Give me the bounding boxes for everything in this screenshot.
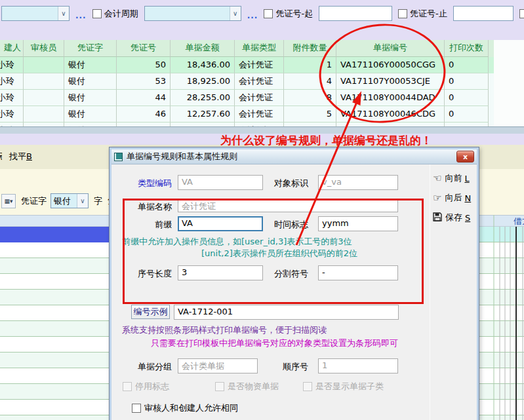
grid-row[interactable] xyxy=(479,305,524,321)
cell: 会计凭证 xyxy=(235,106,284,123)
grid-row[interactable] xyxy=(479,384,524,400)
chevron-down-icon[interactable]: ∨ xyxy=(77,194,88,208)
checkbox-icon xyxy=(303,382,312,391)
grid-row[interactable] xyxy=(0,337,110,353)
hand-left-icon: ☜ xyxy=(433,174,441,183)
checkbox-label: 会计周期 xyxy=(104,8,138,20)
cell: 18,925.00 xyxy=(171,73,235,90)
checkbox-voucher-no-from[interactable]: 凭证号-起 xyxy=(264,8,313,20)
object-id-input[interactable]: v_va xyxy=(318,175,398,190)
checkbox-icon[interactable] xyxy=(519,9,524,18)
grid-row[interactable] xyxy=(479,337,524,353)
grid-row[interactable] xyxy=(0,305,110,321)
order-label: 顺序号 xyxy=(254,361,308,373)
grid-row[interactable] xyxy=(0,368,110,384)
grid-row[interactable] xyxy=(479,415,524,420)
grid-dropdown-button[interactable]: ▦▾ xyxy=(1,194,16,208)
column-header[interactable]: 附件数量 xyxy=(284,40,336,57)
dialog-titlebar[interactable]: 单据编号规则和基本属性规则 x xyxy=(111,149,477,164)
column-header[interactable]: 审核员 xyxy=(24,40,64,57)
grid-row[interactable] xyxy=(479,368,524,384)
doc-name-input[interactable]: 会计凭证 xyxy=(178,199,398,212)
cell xyxy=(24,90,64,106)
grid-row[interactable] xyxy=(0,274,110,290)
close-icon[interactable]: x xyxy=(456,151,474,162)
ellipsis-button[interactable]: ... xyxy=(247,11,258,20)
cell xyxy=(24,106,64,123)
grid-row-amount-header xyxy=(479,227,524,242)
menu-item-balance[interactable]: 找平B xyxy=(9,151,32,162)
serial-length-input[interactable]: 3 xyxy=(178,265,263,280)
checkbox-material-doc: 是否物资单据 xyxy=(215,381,279,392)
voucher-word-combo[interactable]: 银付 ∨ xyxy=(50,193,89,208)
menu-item-clipped: 况 xyxy=(0,151,2,162)
next-button[interactable]: ☞ 向后 N xyxy=(433,192,471,204)
grid-row[interactable] xyxy=(0,415,110,420)
grid-row[interactable] xyxy=(0,400,110,415)
column-header[interactable]: 打印次数 xyxy=(445,40,489,57)
cell: 银付 xyxy=(64,73,117,90)
prev-button[interactable]: ☜ 向前 L xyxy=(433,172,470,184)
voucher-table: 建人审核员凭证字凭证号单据金额单据类型附件数量单据编号打印次数小玲银付5018,… xyxy=(0,40,494,139)
grid-row[interactable] xyxy=(479,242,524,258)
grid-row[interactable] xyxy=(0,353,110,368)
table-row[interactable]: 小玲银付4428,255.00会计凭证8VA171108Y00044DAD0 xyxy=(0,90,494,106)
chevron-down-icon[interactable]: ∨ xyxy=(230,7,241,20)
example-button[interactable]: 编号示例 xyxy=(131,305,170,319)
prefix-input[interactable]: VA xyxy=(178,216,263,231)
save-button[interactable]: 保存 S xyxy=(433,212,470,223)
checkbox-accounting-period[interactable]: 会计周期 xyxy=(92,8,138,20)
grid-row[interactable] xyxy=(479,290,524,305)
voucher-word-value: 银付 xyxy=(51,195,77,207)
grid-row[interactable] xyxy=(479,321,524,337)
cell: 银付 xyxy=(64,90,117,106)
grid-row[interactable] xyxy=(479,353,524,368)
checkbox-icon[interactable] xyxy=(132,404,141,413)
time-flag-input[interactable]: yymm xyxy=(318,216,398,231)
grid-row[interactable] xyxy=(0,384,110,400)
voucher-no-from-input[interactable] xyxy=(319,6,392,21)
separator-label: 分割符号 xyxy=(254,268,308,280)
checkbox-voucher-no-to[interactable]: 凭证号-止 xyxy=(398,8,447,20)
ellipsis-button[interactable]: ... xyxy=(75,11,87,20)
checkbox-same-auditor-creator[interactable]: 审核人和创建人允许相同 xyxy=(132,402,238,414)
filter-combo-2[interactable]: ∨ xyxy=(144,6,241,21)
column-header[interactable]: 建人 xyxy=(0,40,24,57)
checkbox-icon[interactable] xyxy=(264,9,273,18)
column-header[interactable]: 单据金额 xyxy=(171,40,235,57)
grid-row[interactable] xyxy=(479,274,524,290)
cell: 50 xyxy=(117,57,171,73)
grid-row[interactable] xyxy=(479,258,524,274)
grid-row[interactable] xyxy=(479,400,524,415)
button-label: 保存 xyxy=(445,212,462,223)
order-input[interactable]: 1 xyxy=(318,358,398,373)
column-header[interactable]: 凭证号 xyxy=(117,40,171,57)
checkbox-partial[interactable]: 打 xyxy=(519,8,524,20)
chevron-down-icon[interactable]: ∨ xyxy=(58,7,69,20)
table-row[interactable]: 小玲银付5318,925.00会计凭证4VA171107Y00053CJE0 xyxy=(0,73,494,90)
grid-row[interactable] xyxy=(0,321,110,337)
example-input[interactable]: VA-1712-001 xyxy=(174,305,399,320)
cell: 46 xyxy=(117,106,171,123)
table-row[interactable]: 小玲银付5018,436.00会计凭证1VA171106Y00050CGG0 xyxy=(0,57,494,73)
selected-grid-row[interactable] xyxy=(0,227,110,242)
filter-combo-1[interactable]: ∨ xyxy=(1,6,70,21)
separator-input[interactable]: - xyxy=(318,265,398,280)
annotation-text: 为什么设了编号规则，单据编号还是乱的！ xyxy=(220,133,432,148)
column-header[interactable]: 凭证字 xyxy=(64,40,117,57)
grid-row[interactable] xyxy=(0,242,110,258)
column-header[interactable]: 单据编号 xyxy=(336,40,445,57)
type-code-input[interactable]: VA xyxy=(178,175,263,190)
button-label: 向后 xyxy=(445,192,462,204)
table-row[interactable]: 小玲银付4612,257.60会计凭证5VA171108Y00046CDG0 xyxy=(0,106,494,123)
voucher-no-to-input[interactable] xyxy=(453,6,514,21)
cell: 0 xyxy=(445,57,489,73)
column-header[interactable]: 单据类型 xyxy=(235,40,284,57)
checkbox-icon[interactable] xyxy=(92,9,102,18)
group-input[interactable]: 会计类单据 xyxy=(178,358,258,373)
numbering-rule-dialog: 单据编号规则和基本属性规则 x 类型编码 VA 对象标识 v_va 单据名称 会… xyxy=(109,147,479,420)
grid-row[interactable] xyxy=(0,290,110,305)
checkbox-icon[interactable] xyxy=(398,9,407,18)
checkbox-label: 凭证号-起 xyxy=(275,8,313,20)
grid-row[interactable] xyxy=(0,258,110,274)
